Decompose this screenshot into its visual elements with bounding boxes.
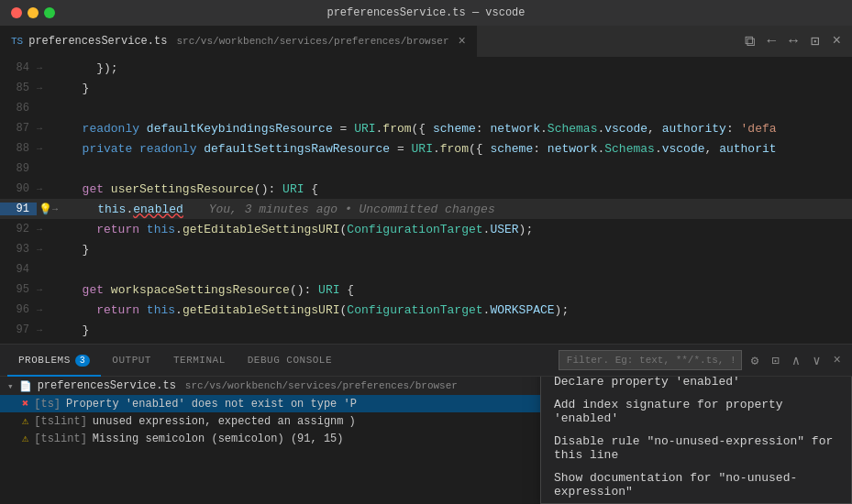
fold-arrow-empty	[37, 104, 51, 114]
panel-filter-area: ⚙ ⊡ ∧ ∨ ×	[559, 350, 845, 370]
line-number: 89	[0, 162, 37, 175]
line-number: 96	[0, 303, 37, 316]
tab-path: src/vs/workbench/services/preferences/br…	[176, 36, 448, 47]
problem-source-tslint-1: [tslint]	[34, 415, 87, 428]
bottom-panel: PROBLEMS 3 OUTPUT TERMINAL DEBUG CONSOLE…	[0, 344, 852, 504]
problem-message-error: Property 'enabled' does not exist on typ…	[66, 398, 357, 411]
quickfix-label-5: Add index signature for property 'enable…	[554, 398, 838, 425]
maximize-button[interactable]	[44, 7, 55, 18]
fold-arrow[interactable]: →	[37, 325, 51, 335]
traffic-lights	[11, 7, 55, 18]
quickfix-dropdown: Fix: Missing semicolon Disable rule "sem…	[540, 377, 852, 504]
fold-arrow[interactable]: →	[37, 63, 51, 73]
quickfix-label-7: Show documentation for "no-unused-expres…	[554, 471, 838, 499]
problem-message-warning-1: unused expression, expected an assignm	[93, 415, 344, 428]
tab-debug-console[interactable]: DEBUG CONSOLE	[237, 345, 343, 377]
error-icon: ✖	[22, 397, 28, 411]
line-content: }	[66, 323, 852, 337]
quickfix-item-4[interactable]: Declare property 'enabled'	[541, 377, 851, 393]
editor-line-98: 98	[0, 340, 852, 344]
fold-arrow[interactable]: →	[52, 204, 67, 214]
filter-settings-icon[interactable]: ⚙	[747, 351, 762, 370]
editor-line-84: 84 → });	[0, 58, 852, 78]
close-button[interactable]	[11, 7, 22, 18]
line-number-active: 91	[0, 203, 37, 215]
problems-badge: 3	[75, 355, 91, 367]
tab-problems-label: PROBLEMS	[18, 355, 71, 366]
line-number: 90	[0, 182, 37, 195]
split-editor-icon[interactable]: ⧉	[741, 31, 758, 52]
tab-output[interactable]: OUTPUT	[101, 345, 162, 377]
editor-line-90: 90 → get userSettingsResource(): URI {	[0, 179, 852, 199]
editor-line-92: 92 → return this.getEditableSettingsURI(…	[0, 219, 852, 239]
layout-icon[interactable]: ⊡	[807, 30, 824, 52]
quickfix-item-7[interactable]: Show documentation for "no-unused-expres…	[541, 466, 851, 503]
line-number: 95	[0, 283, 37, 296]
problems-filepath: src/vs/workbench/services/preferences/br…	[185, 380, 458, 391]
tab-filename: preferencesService.ts	[28, 35, 167, 48]
tab-problems[interactable]: PROBLEMS 3	[7, 345, 101, 377]
line-number: 88	[0, 142, 37, 155]
lightbulb-icon[interactable]: 💡	[39, 203, 52, 216]
collapse-all-icon[interactable]: ⊡	[768, 351, 782, 370]
editor-line-85: 85 → }	[0, 78, 852, 98]
navigate-up-icon[interactable]: ∧	[789, 351, 803, 370]
line-number: 93	[0, 243, 37, 256]
warning-icon-2: ⚠	[22, 432, 28, 445]
fold-arrow[interactable]: →	[37, 245, 51, 255]
line-content: get userSettingsResource(): URI {	[66, 182, 852, 196]
fold-arrow[interactable]: →	[37, 83, 51, 93]
navigate-forward-icon[interactable]: ↔	[785, 31, 802, 51]
line-number: 85	[0, 82, 37, 94]
problems-list: ▾ 📄 preferencesService.ts src/vs/workben…	[0, 377, 852, 504]
editor-line-89: 89	[0, 159, 852, 179]
panel-tab-bar: PROBLEMS 3 OUTPUT TERMINAL DEBUG CONSOLE…	[0, 345, 852, 377]
fold-arrow[interactable]: →	[37, 144, 51, 154]
git-blame: You, 3 minutes ago • Uncommitted changes	[209, 203, 495, 216]
filter-input[interactable]	[559, 350, 742, 370]
problem-suffix-1: )	[349, 415, 356, 428]
quickfix-item-6[interactable]: Disable rule "no-unused-expression" for …	[541, 430, 851, 466]
fold-arrow[interactable]: →	[37, 225, 51, 235]
editor-line-96: 96 → return this.getEditableSettingsURI(…	[0, 300, 852, 320]
minimize-button[interactable]	[28, 7, 39, 18]
line-content: });	[66, 61, 852, 75]
fold-arrow[interactable]: →	[37, 124, 51, 134]
fold-arrow[interactable]: →	[37, 285, 51, 295]
line-content: return this.getEditableSettingsURI(Confi…	[66, 303, 852, 317]
quickfix-item-5[interactable]: Add index signature for property 'enable…	[541, 393, 851, 430]
fold-arrow[interactable]: →	[37, 305, 51, 315]
tab-close-icon[interactable]: ×	[459, 35, 466, 48]
line-content: return this.getEditableSettingsURI(Confi…	[66, 223, 852, 236]
editor-lines: 84 → }); 85 → } 86 87 →	[0, 58, 852, 344]
editor-line-93: 93 → }	[0, 239, 852, 259]
quickfix-label-4: Declare property 'enabled'	[554, 377, 740, 389]
editor-line-86: 86	[0, 98, 852, 118]
editor-line-97: 97 → }	[0, 320, 852, 340]
quickfix-label-6: Disable rule "no-unused-expression" for …	[554, 434, 838, 462]
line-content: private readonly defaultSettingsRawResou…	[66, 142, 852, 156]
tab-terminal[interactable]: TERMINAL	[162, 345, 237, 377]
line-number: 92	[0, 223, 37, 236]
editor-line-94: 94	[0, 259, 852, 279]
line-content: }	[66, 82, 852, 95]
file-tab[interactable]: TS preferencesService.ts src/vs/workbenc…	[0, 26, 478, 57]
line-content: this.enabled You, 3 minutes ago • Uncomm…	[67, 203, 852, 216]
line-number: 97	[0, 323, 37, 336]
navigate-back-icon[interactable]: ←	[764, 31, 780, 51]
tab-bar: TS preferencesService.ts src/vs/workbenc…	[0, 26, 852, 58]
close-editor-icon[interactable]: ×	[828, 31, 845, 51]
line-number: 94	[0, 263, 37, 276]
close-panel-icon[interactable]: ×	[830, 351, 845, 369]
navigate-down-icon[interactable]: ∨	[809, 351, 824, 370]
editor-line-95: 95 → get workspaceSettingsResource(): UR…	[0, 279, 852, 300]
fold-arrow[interactable]: →	[37, 184, 51, 194]
editor-line-88: 88 → private readonly defaultSettingsRaw…	[0, 138, 852, 159]
file-type-icon: TS	[11, 36, 23, 47]
line-number: 86	[0, 102, 37, 115]
title-bar: preferencesService.ts — vscode	[0, 0, 852, 26]
editor-area: 84 → }); 85 → } 86 87 →	[0, 58, 852, 344]
line-content: get workspaceSettingsResource(): URI {	[66, 283, 852, 297]
tab-output-label: OUTPUT	[112, 355, 151, 366]
line-number: 87	[0, 122, 37, 135]
